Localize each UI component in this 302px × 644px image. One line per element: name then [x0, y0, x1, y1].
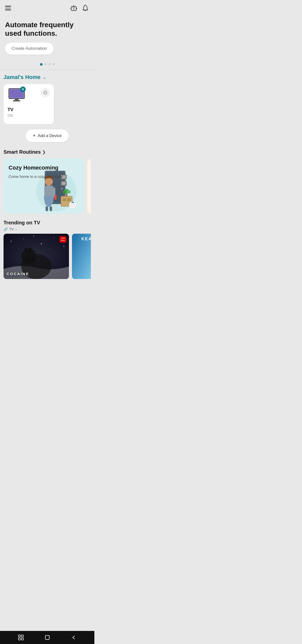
svg-point-45 — [33, 236, 34, 237]
home-section: Jamal's Home ⌄ N — [0, 74, 94, 149]
svg-point-41 — [41, 243, 42, 244]
power-button[interactable] — [41, 88, 50, 97]
trending-card-2[interactable]: KEA — [72, 234, 91, 279]
routine-card-2[interactable]: Swe Prep — [87, 158, 91, 214]
routine-1-name: Cozy Homecoming — [9, 165, 63, 171]
svg-rect-19 — [62, 182, 65, 185]
carousel-dots — [0, 59, 94, 70]
svg-rect-2 — [74, 7, 75, 8]
add-device-button[interactable]: + Add a Device — [26, 129, 69, 142]
menu-button[interactable] — [5, 6, 11, 10]
hero-title: Automate frequently used functions. — [5, 21, 89, 37]
svg-rect-3 — [73, 9, 74, 9]
plus-icon: + — [33, 133, 36, 139]
svg-point-46 — [49, 249, 49, 249]
svg-point-42 — [54, 237, 54, 238]
home-name: Jamal's Home — [4, 74, 41, 80]
source-chevron-icon: ⌄ — [15, 227, 17, 231]
trending-section: Trending on TV 🔗 TV ⌄ — [0, 220, 94, 304]
carousel-dot-3[interactable] — [49, 63, 51, 65]
svg-rect-23 — [54, 195, 56, 200]
svg-point-29 — [64, 199, 65, 200]
trending-header: Trending on TV 🔗 TV ⌄ — [4, 220, 91, 231]
svg-point-33 — [63, 191, 66, 194]
redbox-badge: red box — [59, 236, 66, 243]
svg-rect-25 — [50, 206, 52, 211]
svg-rect-1 — [72, 7, 73, 8]
link-icon: 🔗 — [4, 227, 8, 231]
trending-card-2-bg: KEA — [72, 234, 91, 279]
section-divider — [0, 70, 94, 70]
svg-point-15 — [61, 188, 63, 190]
svg-rect-0 — [71, 7, 76, 11]
chevron-down-icon: ⌄ — [43, 74, 46, 80]
device-image-area: N — [8, 88, 50, 103]
svg-point-34 — [67, 190, 71, 193]
notifications-icon[interactable] — [81, 4, 89, 12]
svg-rect-11 — [13, 100, 20, 102]
routines-scroll: Cozy Homecoming Come home to a cozy sanc… — [4, 158, 91, 215]
source-label: TV ⌄ — [9, 227, 17, 231]
device-status: ON — [8, 113, 50, 117]
create-automation-button[interactable]: Create Automation — [5, 43, 54, 55]
svg-point-40 — [23, 238, 24, 239]
smart-routines-title: Smart Routines — [4, 149, 41, 155]
carousel-dot-2[interactable] — [45, 63, 47, 65]
svg-point-37 — [70, 203, 75, 207]
svg-point-30 — [69, 199, 70, 200]
top-icons — [70, 4, 89, 12]
movie-title-1: COCAINE — [7, 272, 29, 276]
routine-card-cozy-homecoming[interactable]: Cozy Homecoming Come home to a cozy sanc… — [4, 158, 84, 214]
assistant-icon[interactable] — [70, 4, 78, 12]
svg-rect-24 — [46, 206, 48, 211]
top-bar — [0, 0, 94, 15]
svg-point-5 — [73, 5, 74, 6]
trending-source[interactable]: 🔗 TV ⌄ — [4, 227, 91, 231]
svg-point-51 — [28, 248, 32, 251]
smart-routines-section: Smart Routines ❯ Cozy Homecoming Come ho… — [0, 149, 94, 220]
device-card-tv[interactable]: N TV ON — [4, 84, 54, 124]
svg-point-44 — [18, 249, 19, 249]
carousel-dot-1[interactable] — [40, 63, 43, 66]
trending-card-1-bg: red box COCAINE — [4, 234, 69, 279]
smart-routines-header[interactable]: Smart Routines ❯ — [4, 149, 91, 155]
trending-cards: red box COCAINE KEA — [4, 234, 91, 279]
chevron-right-icon: ❯ — [42, 150, 46, 154]
add-device-label: Add a Device — [38, 134, 62, 138]
svg-point-50 — [24, 248, 28, 251]
routine-1-text: Cozy Homecoming Come home to a cozy sanc… — [9, 165, 63, 179]
carousel-dot-4[interactable] — [53, 63, 55, 65]
svg-rect-10 — [15, 99, 19, 100]
routine-1-desc: Come home to a cozy sanctuary — [9, 174, 63, 179]
home-selector[interactable]: Jamal's Home ⌄ — [4, 74, 91, 80]
hero-section: Automate frequently used functions. Crea… — [0, 15, 94, 59]
svg-point-43 — [63, 246, 64, 247]
svg-point-39 — [11, 241, 12, 242]
device-name: TV — [8, 107, 50, 112]
trending-title: Trending on TV — [4, 220, 91, 226]
trending-card-1[interactable]: red box COCAINE — [4, 234, 69, 279]
movie-title-2: KEA — [81, 237, 91, 241]
